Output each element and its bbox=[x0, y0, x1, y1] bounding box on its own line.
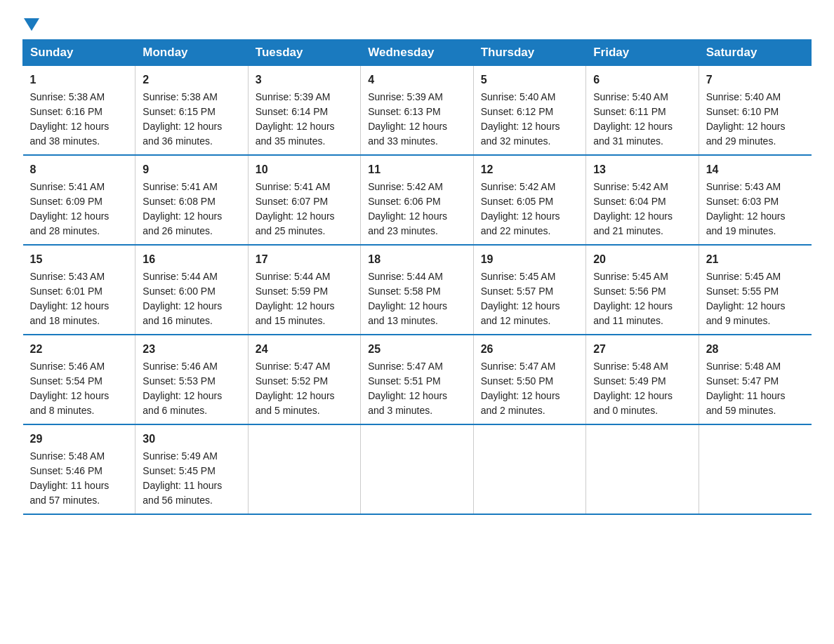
sunset-label: Sunset: 5:49 PM bbox=[593, 375, 666, 387]
sunrise-label: Sunrise: 5:41 AM bbox=[256, 181, 331, 192]
daylight-label: Daylight: 12 hours and 0 minutes. bbox=[593, 390, 673, 416]
sunrise-label: Sunrise: 5:48 AM bbox=[593, 361, 668, 372]
day-number: 6 bbox=[593, 72, 691, 88]
daylight-label: Daylight: 12 hours and 38 minutes. bbox=[30, 121, 110, 147]
day-number: 20 bbox=[593, 251, 691, 268]
daylight-label: Daylight: 12 hours and 16 minutes. bbox=[143, 300, 222, 326]
calendar-cell: 3Sunrise: 5:39 AMSunset: 6:14 PMDaylight… bbox=[248, 66, 360, 156]
sunset-label: Sunset: 6:01 PM bbox=[30, 286, 103, 297]
sunrise-label: Sunrise: 5:43 AM bbox=[706, 181, 781, 192]
sunrise-label: Sunrise: 5:40 AM bbox=[593, 91, 668, 102]
daylight-label: Daylight: 12 hours and 32 minutes. bbox=[481, 121, 560, 147]
week-row-5: 29Sunrise: 5:48 AMSunset: 5:46 PMDayligh… bbox=[23, 424, 812, 514]
daylight-label: Daylight: 12 hours and 13 minutes. bbox=[368, 300, 447, 326]
calendar-cell: 24Sunrise: 5:47 AMSunset: 5:52 PMDayligh… bbox=[248, 335, 360, 424]
sunset-label: Sunset: 5:56 PM bbox=[593, 286, 666, 297]
calendar-cell: 19Sunrise: 5:45 AMSunset: 5:57 PMDayligh… bbox=[473, 245, 585, 335]
calendar-cell: 26Sunrise: 5:47 AMSunset: 5:50 PMDayligh… bbox=[473, 335, 585, 424]
week-row-4: 22Sunrise: 5:46 AMSunset: 5:54 PMDayligh… bbox=[23, 335, 812, 424]
calendar-cell: 8Sunrise: 5:41 AMSunset: 6:09 PMDaylight… bbox=[23, 155, 135, 245]
sunrise-label: Sunrise: 5:44 AM bbox=[256, 271, 331, 282]
calendar-cell: 23Sunrise: 5:46 AMSunset: 5:53 PMDayligh… bbox=[135, 335, 248, 424]
sunset-label: Sunset: 6:08 PM bbox=[143, 196, 216, 207]
sunset-label: Sunset: 5:51 PM bbox=[368, 375, 441, 387]
sunrise-label: Sunrise: 5:44 AM bbox=[143, 271, 218, 282]
sunrise-label: Sunrise: 5:49 AM bbox=[143, 450, 218, 462]
sunset-label: Sunset: 6:09 PM bbox=[30, 196, 103, 207]
calendar-cell bbox=[473, 424, 585, 514]
day-number: 1 bbox=[30, 72, 128, 88]
day-number: 23 bbox=[143, 341, 240, 358]
sunset-label: Sunset: 6:04 PM bbox=[593, 196, 666, 207]
sunrise-label: Sunrise: 5:47 AM bbox=[256, 361, 331, 372]
calendar-cell: 9Sunrise: 5:41 AMSunset: 6:08 PMDaylight… bbox=[135, 155, 248, 245]
calendar-cell: 10Sunrise: 5:41 AMSunset: 6:07 PMDayligh… bbox=[248, 155, 360, 245]
day-number: 2 bbox=[143, 72, 240, 88]
sunset-label: Sunset: 5:53 PM bbox=[143, 375, 216, 387]
sunrise-label: Sunrise: 5:41 AM bbox=[30, 181, 105, 192]
calendar-cell bbox=[361, 424, 473, 514]
calendar-cell: 20Sunrise: 5:45 AMSunset: 5:56 PMDayligh… bbox=[586, 245, 699, 335]
calendar-cell: 15Sunrise: 5:43 AMSunset: 6:01 PMDayligh… bbox=[23, 245, 135, 335]
sunrise-label: Sunrise: 5:39 AM bbox=[368, 91, 443, 102]
sunrise-label: Sunrise: 5:43 AM bbox=[30, 271, 105, 282]
daylight-label: Daylight: 12 hours and 25 minutes. bbox=[256, 210, 335, 236]
day-number: 3 bbox=[256, 72, 353, 88]
sunrise-label: Sunrise: 5:48 AM bbox=[706, 361, 781, 372]
daylight-label: Daylight: 12 hours and 33 minutes. bbox=[368, 121, 447, 147]
weekday-header-tuesday: Tuesday bbox=[248, 40, 360, 66]
daylight-label: Daylight: 12 hours and 9 minutes. bbox=[706, 300, 786, 326]
daylight-label: Daylight: 12 hours and 2 minutes. bbox=[481, 390, 560, 416]
sunrise-label: Sunrise: 5:45 AM bbox=[481, 271, 556, 282]
daylight-label: Daylight: 12 hours and 23 minutes. bbox=[368, 210, 447, 236]
sunrise-label: Sunrise: 5:42 AM bbox=[481, 181, 556, 192]
day-number: 21 bbox=[706, 251, 805, 268]
calendar-cell: 29Sunrise: 5:48 AMSunset: 5:46 PMDayligh… bbox=[23, 424, 135, 514]
daylight-label: Daylight: 12 hours and 8 minutes. bbox=[30, 390, 110, 416]
sunset-label: Sunset: 6:03 PM bbox=[706, 196, 779, 207]
weekday-header-row: SundayMondayTuesdayWednesdayThursdayFrid… bbox=[23, 40, 812, 66]
sunset-label: Sunset: 5:58 PM bbox=[368, 286, 441, 297]
sunset-label: Sunset: 6:13 PM bbox=[368, 106, 441, 117]
day-number: 11 bbox=[368, 161, 465, 178]
daylight-label: Daylight: 12 hours and 21 minutes. bbox=[593, 210, 673, 236]
calendar-cell: 17Sunrise: 5:44 AMSunset: 5:59 PMDayligh… bbox=[248, 245, 360, 335]
calendar-cell bbox=[699, 424, 811, 514]
sunrise-label: Sunrise: 5:45 AM bbox=[593, 271, 668, 282]
sunset-label: Sunset: 6:06 PM bbox=[368, 196, 441, 207]
sunrise-label: Sunrise: 5:42 AM bbox=[368, 181, 443, 192]
svg-marker-0 bbox=[24, 18, 39, 31]
sunset-label: Sunset: 5:55 PM bbox=[706, 286, 779, 297]
sunset-label: Sunset: 6:11 PM bbox=[593, 106, 666, 117]
calendar-cell: 14Sunrise: 5:43 AMSunset: 6:03 PMDayligh… bbox=[699, 155, 811, 245]
daylight-label: Daylight: 12 hours and 35 minutes. bbox=[256, 121, 335, 147]
sunset-label: Sunset: 6:00 PM bbox=[143, 286, 216, 297]
sunrise-label: Sunrise: 5:47 AM bbox=[368, 361, 443, 372]
calendar-cell: 21Sunrise: 5:45 AMSunset: 5:55 PMDayligh… bbox=[699, 245, 811, 335]
sunset-label: Sunset: 6:16 PM bbox=[30, 106, 103, 117]
daylight-label: Daylight: 12 hours and 19 minutes. bbox=[706, 210, 786, 236]
sunset-label: Sunset: 5:46 PM bbox=[30, 465, 103, 476]
day-number: 14 bbox=[706, 161, 805, 178]
daylight-label: Daylight: 12 hours and 5 minutes. bbox=[256, 390, 335, 416]
calendar-cell: 2Sunrise: 5:38 AMSunset: 6:15 PMDaylight… bbox=[135, 66, 248, 156]
day-number: 19 bbox=[481, 251, 578, 268]
daylight-label: Daylight: 12 hours and 18 minutes. bbox=[30, 300, 110, 326]
sunset-label: Sunset: 6:12 PM bbox=[481, 106, 554, 117]
day-number: 26 bbox=[481, 341, 578, 358]
day-number: 16 bbox=[143, 251, 240, 268]
sunrise-label: Sunrise: 5:38 AM bbox=[143, 91, 218, 102]
sunset-label: Sunset: 5:47 PM bbox=[706, 375, 779, 387]
day-number: 10 bbox=[256, 161, 353, 178]
sunset-label: Sunset: 5:52 PM bbox=[256, 375, 329, 387]
daylight-label: Daylight: 11 hours and 57 minutes. bbox=[30, 480, 110, 506]
day-number: 12 bbox=[481, 161, 578, 178]
day-number: 17 bbox=[256, 251, 353, 268]
sunrise-label: Sunrise: 5:46 AM bbox=[143, 361, 218, 372]
calendar-cell: 6Sunrise: 5:40 AMSunset: 6:11 PMDaylight… bbox=[586, 66, 699, 156]
daylight-label: Daylight: 12 hours and 29 minutes. bbox=[706, 121, 786, 147]
daylight-label: Daylight: 12 hours and 6 minutes. bbox=[143, 390, 222, 416]
weekday-header-thursday: Thursday bbox=[473, 40, 585, 66]
week-row-2: 8Sunrise: 5:41 AMSunset: 6:09 PMDaylight… bbox=[23, 155, 812, 245]
sunrise-label: Sunrise: 5:39 AM bbox=[256, 91, 331, 102]
